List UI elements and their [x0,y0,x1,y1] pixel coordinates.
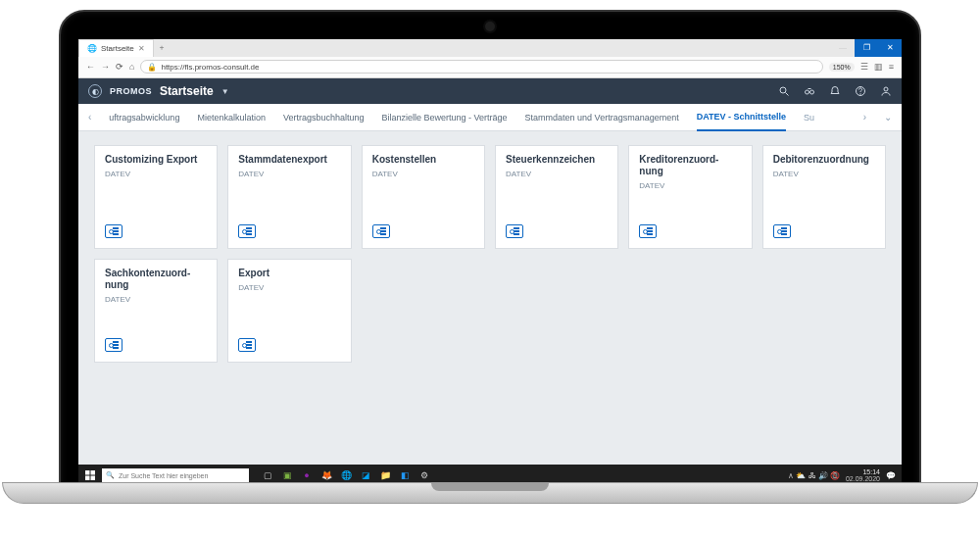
tile-grid: Customizing ExportDATEVStammdatenexportD… [94,145,886,363]
browser-toolbar-right: ☰ ▥ ≡ [860,62,894,72]
close-tab-icon[interactable]: ✕ [138,44,145,53]
content-area: Customizing ExportDATEVStammdatenexportD… [78,131,902,465]
tab-mietenkalkulation[interactable]: Mietenkalkulation [197,105,266,130]
list-icon [105,224,122,238]
minimize-window-icon[interactable]: — [831,39,855,57]
list-icon [105,338,122,352]
new-tab-button[interactable]: ＋ [154,39,170,57]
nav-home-icon[interactable]: ⌂ [129,62,134,72]
file-explorer-icon[interactable]: 📁 [378,468,392,482]
taskbar-search[interactable]: 🔍 Zur Suche Text hier eingeben [102,468,249,483]
task-view-icon[interactable]: ▢ [261,468,274,482]
brand-name: PROMOS [110,86,152,96]
tile-title: Export [238,268,340,279]
screen: 🌐 Startseite ✕ ＋ — ❐ ✕ ← → ⟳ ⌂ [78,39,902,486]
browser-tabbar: 🌐 Startseite ✕ ＋ — ❐ ✕ [78,39,902,57]
tab-bilanzielle-bewertung[interactable]: Bilanzielle Bewertung - Verträge [382,105,508,130]
app-header-actions [778,85,892,97]
tab-auftragsabwicklung[interactable]: uftragsabwicklung [109,105,179,130]
tray-icons[interactable]: ∧ ⛅ 🖧 🔊 📵 [788,471,840,480]
tile-subtitle: DATEV [105,295,207,304]
tile-card[interactable]: KostenstellenDATEV [362,145,485,249]
tile-subtitle: DATEV [105,170,207,178]
tabs-scroll-left-icon[interactable]: ‹ [88,112,91,123]
browser-menu-icon[interactable]: ≡ [889,62,894,72]
nav-reload-icon[interactable]: ⟳ [116,62,123,72]
tile-title: Stammdatenexport [238,154,340,166]
taskbar-search-placeholder: Zur Suche Text hier eingeben [119,472,208,479]
tab-stammdaten[interactable]: Stammdaten und Vertragsmanagement [525,105,679,130]
tab-vertragsbuchhaltung[interactable]: Vertragsbuchhaltung [283,105,365,130]
browser-address-bar: ← → ⟳ ⌂ 🔒 https://fls.promos-consult.de … [78,57,902,77]
taskbar-pinned-apps: ▢ ▣ ● 🦊 🌐 ◪ 📁 ◧ ⚙ [261,468,431,482]
window-controls: — ❐ ✕ [831,39,902,57]
tile-title: Debitorenzuordnung [773,154,875,166]
favicon: 🌐 [87,44,97,53]
nav-forward-icon[interactable]: → [101,62,110,72]
tab-overflow-hint: Su [804,113,814,123]
close-window-icon[interactable]: ✕ [878,39,902,57]
svg-point-6 [884,87,888,91]
tile-card[interactable]: SteuerkennzeichenDATEV [495,145,618,249]
taskbar-time: 15:14 [846,468,880,475]
tile-title: Kostenstellen [372,154,474,166]
svg-rect-9 [85,476,90,481]
notification-icon[interactable] [829,85,841,97]
taskbar-tray: ∧ ⛅ 🖧 🔊 📵 15:14 02.09.2020 💬 [788,468,896,482]
settings-icon[interactable]: ⚙ [417,468,431,482]
svg-rect-7 [85,470,90,475]
tabs-expand-icon[interactable]: ⌄ [884,112,892,123]
app-icon-1[interactable]: ▣ [280,468,294,482]
notifications-icon[interactable]: 💬 [886,471,896,480]
library-icon[interactable]: ▥ [874,62,883,72]
binoculars-icon[interactable] [804,85,815,97]
tab-datev-schnittstelle[interactable]: DATEV - Schnittstelle [697,104,786,131]
tabs-scroll-right-icon[interactable]: › [863,112,866,123]
svg-point-0 [780,87,786,93]
tile-title: Steuerkennzeichen [506,154,608,166]
list-icon [639,224,657,238]
firefox-icon[interactable]: 🦊 [319,468,333,482]
laptop-camera [485,22,495,31]
tile-card[interactable]: Customizing ExportDATEV [94,145,218,249]
browser-tab-title: Startseite [101,44,134,53]
lock-icon: 🔒 [147,63,157,72]
reader-icon[interactable]: ☰ [860,62,868,72]
windows-start-icon[interactable] [84,469,96,481]
tile-card[interactable]: DebitorenzuordnungDATEV [762,145,886,249]
app-icon-3[interactable]: ◪ [359,468,372,482]
tile-card[interactable]: StammdatenexportDATEV [227,145,351,249]
app-icon-2[interactable]: ● [300,468,314,482]
nav-back-icon[interactable]: ← [86,62,95,72]
taskbar-clock[interactable]: 15:14 02.09.2020 [846,468,880,482]
tile-card[interactable]: Sachkontenzuord- nungDATEV [94,259,218,363]
help-icon[interactable] [855,85,866,97]
svg-rect-10 [91,476,96,481]
svg-point-2 [806,90,809,94]
url-field[interactable]: 🔒 https://fls.promos-consult.de [140,60,822,74]
restore-window-icon[interactable]: ❐ [855,39,878,57]
list-icon [372,224,390,238]
tile-subtitle: DATEV [372,170,474,178]
user-icon[interactable] [880,85,892,97]
tile-title: Sachkontenzuord- nung [105,268,207,291]
url-text: https://fls.promos-consult.de [161,63,259,72]
tile-subtitle: DATEV [639,181,741,190]
laptop-base [2,482,978,504]
svg-point-3 [810,90,814,94]
tile-subtitle: DATEV [238,170,340,178]
tile-card[interactable]: Kreditorenzuord- nungDATEV [628,145,752,249]
list-icon [506,224,523,238]
tile-title: Customizing Export [105,154,207,166]
laptop-bezel: 🌐 Startseite ✕ ＋ — ❐ ✕ ← → ⟳ ⌂ [59,10,921,500]
svg-line-1 [786,93,789,96]
brand-logo-icon: ◐ [88,84,102,98]
edge-icon[interactable]: 🌐 [339,468,353,482]
list-icon [238,338,256,352]
browser-tab[interactable]: 🌐 Startseite ✕ [78,39,154,57]
page-title-dropdown-icon[interactable]: ▼ [221,87,229,96]
app-icon-4[interactable]: ◧ [398,468,412,482]
tile-card[interactable]: ExportDATEV [227,259,351,363]
search-icon[interactable] [778,85,790,97]
zoom-badge[interactable]: 150% [829,63,855,72]
